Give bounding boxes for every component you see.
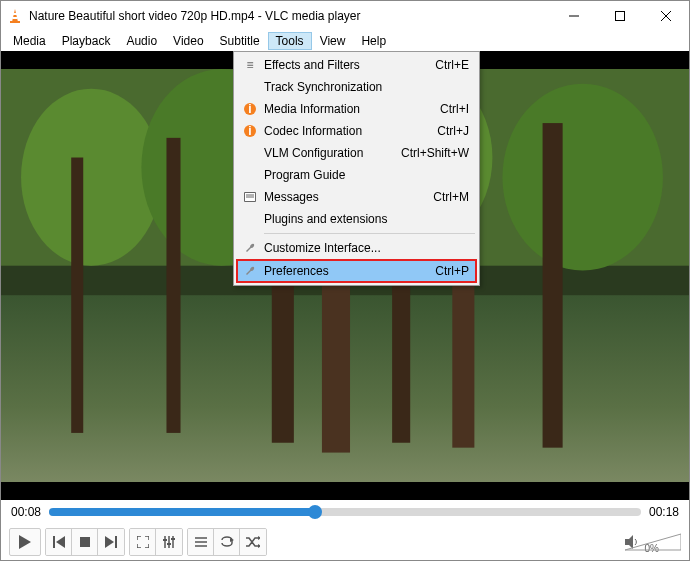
- svg-text:i: i: [248, 124, 251, 138]
- messages-icon: [240, 192, 260, 202]
- svg-rect-40: [167, 543, 171, 545]
- extended-settings-button[interactable]: [156, 529, 182, 555]
- svg-rect-21: [71, 157, 83, 432]
- svg-marker-49: [625, 534, 681, 550]
- svg-rect-39: [163, 539, 167, 541]
- menu-item-vlm-config[interactable]: VLM Configuration Ctrl+Shift+W: [236, 142, 477, 164]
- view-group: [129, 528, 183, 556]
- svg-marker-32: [56, 536, 65, 548]
- close-button[interactable]: [643, 1, 689, 31]
- svg-rect-33: [80, 537, 90, 547]
- seek-slider[interactable]: [49, 508, 641, 516]
- svg-rect-31: [53, 536, 55, 548]
- sliders-icon: ≡: [240, 58, 260, 72]
- previous-button[interactable]: [46, 529, 72, 555]
- svg-marker-34: [105, 536, 114, 548]
- svg-marker-47: [258, 544, 260, 548]
- menu-help[interactable]: Help: [353, 32, 394, 50]
- svg-rect-2: [13, 17, 18, 19]
- svg-marker-30: [19, 535, 31, 549]
- menu-subtitle[interactable]: Subtitle: [212, 32, 268, 50]
- svg-rect-19: [543, 123, 563, 448]
- menu-playback[interactable]: Playback: [54, 32, 119, 50]
- playlist-button[interactable]: [188, 529, 214, 555]
- svg-rect-1: [13, 13, 17, 15]
- current-time[interactable]: 00:08: [11, 505, 41, 519]
- svg-point-14: [502, 84, 662, 271]
- menu-media[interactable]: Media: [5, 32, 54, 50]
- svg-point-11: [21, 89, 161, 266]
- loop-button[interactable]: [214, 529, 240, 555]
- info-icon: i: [240, 124, 260, 138]
- menubar: Media Playback Audio Video Subtitle Tool…: [1, 31, 689, 51]
- svg-rect-41: [171, 538, 175, 540]
- svg-rect-5: [616, 12, 625, 21]
- volume-slider[interactable]: [625, 533, 681, 551]
- menu-item-codec-info[interactable]: i Codec Information Ctrl+J: [236, 120, 477, 142]
- minimize-button[interactable]: [551, 1, 597, 31]
- menu-item-media-info[interactable]: i Media Information Ctrl+I: [236, 98, 477, 120]
- menu-video[interactable]: Video: [165, 32, 211, 50]
- menu-item-messages[interactable]: Messages Ctrl+M: [236, 186, 477, 208]
- video-area[interactable]: ≡ Effects and Filters Ctrl+E Track Synch…: [1, 51, 689, 500]
- svg-text:i: i: [248, 102, 251, 116]
- total-time[interactable]: 00:18: [649, 505, 679, 519]
- svg-marker-0: [12, 9, 18, 22]
- fullscreen-button[interactable]: [130, 529, 156, 555]
- next-button[interactable]: [98, 529, 124, 555]
- tools-dropdown: ≡ Effects and Filters Ctrl+E Track Synch…: [233, 51, 480, 286]
- menu-separator: [264, 233, 475, 234]
- wrench-icon: [240, 242, 260, 254]
- menu-item-effects-filters[interactable]: ≡ Effects and Filters Ctrl+E: [236, 54, 477, 76]
- menu-item-preferences[interactable]: Preferences Ctrl+P: [236, 259, 477, 283]
- stop-button[interactable]: [72, 529, 98, 555]
- menu-item-customize-interface[interactable]: Customize Interface...: [236, 237, 477, 259]
- controls-row: 0%: [1, 524, 689, 560]
- menu-item-track-sync[interactable]: Track Synchronization: [236, 76, 477, 98]
- svg-rect-3: [10, 21, 20, 23]
- svg-marker-46: [258, 536, 260, 540]
- menu-item-plugins[interactable]: Plugins and extensions: [236, 208, 477, 230]
- window-title: Nature Beautiful short video 720p HD.mp4…: [29, 9, 551, 23]
- playlist-group: [187, 528, 267, 556]
- vlc-cone-icon: [7, 8, 23, 24]
- window-controls: [551, 1, 689, 31]
- menu-audio[interactable]: Audio: [118, 32, 165, 50]
- menu-item-program-guide[interactable]: Program Guide: [236, 164, 477, 186]
- volume-area: 0%: [625, 533, 681, 551]
- play-button[interactable]: [9, 528, 41, 556]
- shuffle-button[interactable]: [240, 529, 266, 555]
- wrench-icon: [240, 265, 260, 277]
- seek-knob[interactable]: [308, 505, 322, 519]
- menu-tools[interactable]: Tools: [268, 32, 312, 50]
- svg-rect-20: [166, 138, 180, 433]
- info-icon: i: [240, 102, 260, 116]
- seek-fill: [49, 508, 315, 516]
- svg-rect-35: [115, 536, 117, 548]
- progress-row: 00:08 00:18: [1, 500, 689, 524]
- skip-group: [45, 528, 125, 556]
- menu-view[interactable]: View: [312, 32, 354, 50]
- titlebar: Nature Beautiful short video 720p HD.mp4…: [1, 1, 689, 31]
- maximize-button[interactable]: [597, 1, 643, 31]
